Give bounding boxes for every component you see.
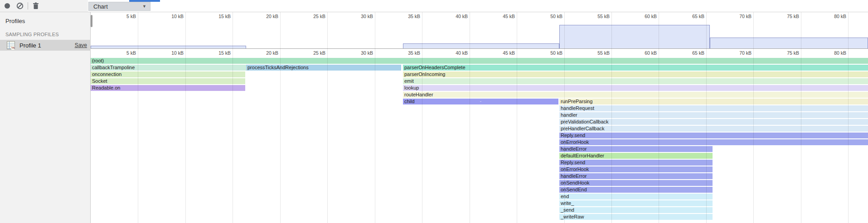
overview-ruler-tick-label: 55 kB: [582, 14, 610, 19]
axis-gridline: [517, 12, 517, 223]
flame-ruler-tick-label: 25 kB: [298, 50, 325, 56]
overview-ruler-tick-label: 80 kB: [819, 14, 846, 19]
axis-gridline: [470, 12, 470, 223]
flame-block[interactable]: onErrorHook: [559, 139, 868, 145]
profile-document-icon: %: [7, 41, 15, 49]
dock-accent-bar: [129, 0, 160, 2]
axis-gridline: [659, 12, 659, 223]
flame-block[interactable]: lookup: [403, 85, 868, 91]
flame-block[interactable]: _send: [559, 207, 713, 213]
axis-gridline: [280, 12, 281, 223]
flame-ruler-tick-label: 45 kB: [488, 50, 515, 56]
overview-ruler-tick-label: 20 kB: [251, 14, 278, 19]
overview-memory-silhouette-segment[interactable]: [710, 38, 868, 48]
chart-view-select-value: Chart: [93, 3, 108, 10]
flame-block[interactable]: write_: [559, 200, 713, 206]
flame-ruler-tick-label: 65 kB: [677, 50, 704, 56]
flame-block[interactable]: callbackTrampoline: [91, 65, 246, 71]
flame-block[interactable]: end: [559, 194, 713, 199]
axis-gridline: [611, 12, 612, 223]
flame-block[interactable]: defaultErrorHandler: [559, 153, 713, 159]
axis-gridline: [706, 12, 707, 223]
toolbar: Chart ▼: [0, 0, 868, 12]
overview-ruler-tick-label: 30 kB: [346, 14, 373, 19]
axis-gridline: [375, 12, 375, 223]
flame-block[interactable]: parserOnHeadersComplete: [403, 65, 868, 71]
flame-block[interactable]: preHandlerCallback: [559, 126, 868, 132]
flame-block[interactable]: _writeRaw: [559, 214, 713, 220]
axis-gridline: [848, 12, 849, 223]
flame-ruler-tick-label: 5 kB: [109, 50, 136, 56]
record-circle-icon: [5, 3, 10, 9]
axis-gridline: [753, 12, 754, 223]
flame-block[interactable]: onconnection: [91, 71, 245, 77]
flame-block[interactable]: parserOnIncoming: [403, 71, 868, 77]
axis-gridline: [185, 12, 186, 223]
delete-profile-button[interactable]: [30, 0, 41, 11]
flame-block[interactable]: Reply.send: [559, 133, 868, 138]
vertical-scrollbar-thumb[interactable]: [91, 15, 92, 27]
chart-area: 5 kB5 kB10 kB10 kB15 kB15 kB20 kB20 kB25…: [91, 12, 868, 223]
flame-block[interactable]: emit: [403, 78, 868, 84]
flame-ruler-tick-label: 55 kB: [582, 50, 610, 56]
flame-ruler-tick-label: 70 kB: [724, 50, 752, 56]
axis-gridline: [138, 12, 138, 223]
overview-ruler-tick-label: 35 kB: [393, 14, 420, 19]
flame-block[interactable]: child: [403, 99, 558, 104]
flame-block[interactable]: Readable.on: [91, 85, 245, 91]
record-button[interactable]: [2, 0, 13, 11]
flame-ruler-tick-label: 40 kB: [441, 50, 468, 56]
flame-block[interactable]: handleError: [559, 146, 713, 152]
overview-ruler-tick-label: 60 kB: [630, 14, 657, 19]
flame-block[interactable]: onErrorHook: [559, 166, 713, 172]
overview-ruler-tick-label: 15 kB: [204, 14, 231, 19]
overview-memory-silhouette-segment[interactable]: [403, 43, 559, 48]
toolbar-separator: [28, 2, 28, 9]
sidebar-item-profile-1[interactable]: % Profile 1 Save: [0, 40, 91, 51]
axis-gridline: [327, 12, 328, 223]
axis-gridline: [233, 12, 233, 223]
flame-ruler-tick-label: 35 kB: [393, 50, 420, 56]
overview-ruler-tick-label: 45 kB: [488, 14, 515, 19]
flame-block[interactable]: onSendHook: [559, 180, 713, 186]
clear-block-icon: [16, 2, 24, 9]
overview-ruler-tick-label: 40 kB: [441, 14, 468, 19]
axis-gridline: [422, 12, 422, 223]
flame-ruler-tick-label: 75 kB: [772, 50, 799, 56]
flame-ruler-tick-label: 10 kB: [156, 50, 184, 56]
flame-block[interactable]: processTicksAndRejections: [246, 65, 401, 71]
overview-ruler-tick-label: 10 kB: [156, 14, 184, 19]
flame-ruler-tick-label: 30 kB: [346, 50, 373, 56]
flame-ruler-tick-label: 20 kB: [251, 50, 278, 56]
trash-icon: [33, 2, 39, 9]
save-profile-link[interactable]: Save: [75, 42, 87, 48]
overview-ruler-tick-label: 70 kB: [724, 14, 752, 19]
flame-block[interactable]: preValidationCallback: [559, 119, 868, 125]
flame-block[interactable]: onSendEnd: [559, 187, 713, 193]
chevron-down-icon: ▼: [142, 4, 146, 9]
profile-name: Profile 1: [19, 42, 75, 49]
flame-ruler-tick-label: 50 kB: [535, 50, 563, 56]
flame-block[interactable]: routeHandler: [403, 92, 868, 98]
sidebar-title: Profiles: [0, 12, 90, 24]
overview-ruler-tick-label: 25 kB: [298, 14, 325, 19]
clear-profiles-button[interactable]: [15, 0, 25, 11]
overview-memory-silhouette-segment[interactable]: [559, 25, 710, 48]
flame-ruler-tick-label: 15 kB: [204, 50, 231, 56]
flame-block[interactable]: Socket: [91, 78, 245, 84]
toolbar-left-section: [0, 0, 88, 12]
axis-gridline: [801, 12, 801, 223]
flame-block[interactable]: handler: [559, 112, 868, 118]
flame-block[interactable]: Reply.send: [559, 160, 713, 166]
flame-ruler-tick-label: 80 kB: [819, 50, 846, 56]
sidebar-section-header: SAMPLING PROFILES: [0, 24, 90, 37]
app-root: Chart ▼ Profiles SAMPLING PROFILES % Pro…: [0, 0, 868, 223]
flame-block[interactable]: handleError: [559, 173, 713, 179]
axis-gridline: [564, 12, 565, 223]
overview-ruler-tick-label: 65 kB: [677, 14, 704, 19]
overview-ruler-tick-label: 50 kB: [535, 14, 563, 19]
flame-block[interactable]: (root): [91, 58, 868, 64]
flame-block[interactable]: handleRequest: [559, 105, 868, 111]
flame-block[interactable]: runPreParsing: [559, 99, 868, 104]
chart-view-select[interactable]: Chart ▼: [88, 2, 150, 11]
